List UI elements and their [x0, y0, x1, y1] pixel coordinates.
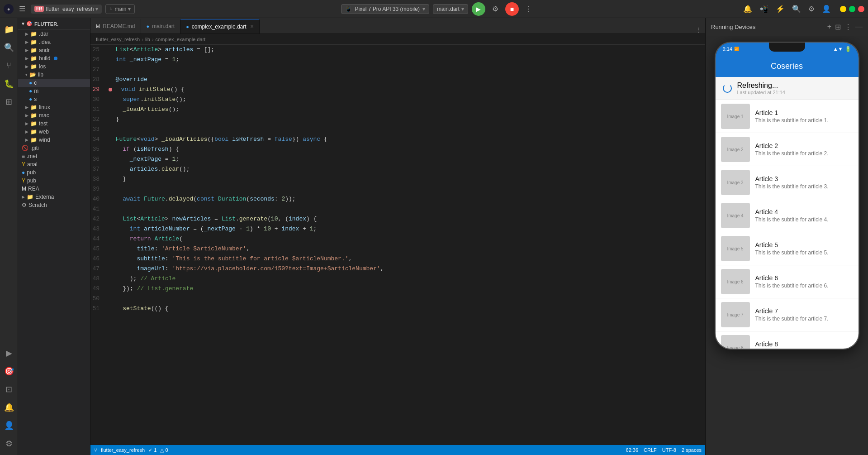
run-settings-icon[interactable]: ⚙ — [489, 3, 502, 15]
ln-42: 42 — [90, 214, 103, 224]
sidebar-item-scratches[interactable]: ⚙ Scratch — [18, 201, 90, 209]
phone-status-right: ▲▼ 🔋 — [833, 46, 851, 52]
sidebar-item-build[interactable]: ▶ 📁 build — [18, 54, 90, 62]
sidebar-item-idea[interactable]: ▶ 📁 .idea — [18, 38, 90, 46]
run-file-selector[interactable]: main.dart ▾ — [433, 4, 468, 14]
editor-settings-icon[interactable]: ⋮ — [695, 26, 702, 34]
branch-selector[interactable]: ⑂ main ▾ — [105, 4, 135, 14]
code-editor[interactable]: 25 26 27 28 29 30 31 32 33 34 35 36 37 3… — [90, 45, 705, 445]
activity-notifications-icon[interactable]: 🔔 — [1, 400, 17, 415]
more-devices-icon[interactable]: ⋮ — [844, 23, 852, 31]
sidebar-item-label: build — [39, 55, 50, 62]
notifications-icon[interactable]: 🔔 — [741, 3, 754, 15]
project-selector[interactable]: FR flutter_easy_refresh ▾ — [31, 5, 102, 14]
sidebar-item-label: c — [34, 80, 37, 86]
sidebar-item-complex-example[interactable]: ● c — [18, 79, 90, 87]
status-encoding: UTF-8 — [662, 447, 676, 453]
sidebar-item-linux[interactable]: ▶ 📁 linux — [18, 103, 90, 111]
sidebar-item-dart[interactable]: ▶ 📁 .dar — [18, 30, 90, 38]
sidebar-item-pubspec-yaml[interactable]: Y pub — [18, 177, 90, 185]
sidebar-item-windows[interactable]: ▶ 📁 wind — [18, 136, 90, 144]
activity-run-icon[interactable]: ▶ — [1, 345, 17, 361]
activity-debug-icon[interactable]: 🐛 — [1, 76, 17, 91]
error-indicator — [109, 88, 112, 91]
profile-icon[interactable]: 👤 — [820, 3, 833, 15]
sidebar-item-gitignore[interactable]: 🚫 .giti — [18, 144, 90, 152]
devices-icon[interactable]: 📲 — [758, 3, 770, 15]
code-line-26: int _nextPage = 1; — [109, 55, 696, 65]
activity-explorer-icon[interactable]: 📁 — [1, 22, 17, 37]
activity-flutter-icon[interactable]: 🎯 — [1, 364, 17, 379]
phone-simulator: 9:14 📶 ▲▼ 🔋 Coseries — [715, 42, 859, 350]
ln-50: 50 — [90, 294, 103, 304]
article-item: Image 1 Article 1 This is the subtitle f… — [716, 100, 859, 133]
article-title: Article 1 — [755, 109, 853, 116]
code-line-40: await Future.delayed(const Duration(seco… — [109, 194, 696, 204]
close-button[interactable] — [858, 6, 864, 12]
run-button[interactable]: ▶ — [472, 2, 485, 16]
maximize-button[interactable] — [849, 6, 855, 12]
sidebar-item-mac[interactable]: ▶ 📁 mac — [18, 111, 90, 120]
stop-button[interactable]: ■ — [505, 2, 519, 16]
sidebar-item-label: wind — [39, 137, 50, 143]
tab-close-icon[interactable]: ✕ — [250, 24, 254, 29]
sidebar-item-label: test — [39, 120, 47, 127]
activity-search-icon[interactable]: 🔍 — [1, 40, 17, 55]
hamburger-menu-icon[interactable]: ☰ — [17, 3, 27, 15]
sidebar-item-readme[interactable]: M REA — [18, 185, 90, 193]
activity-account-icon[interactable]: 👤 — [1, 418, 17, 433]
article-title: Article 5 — [755, 241, 853, 249]
tab-main-dart[interactable]: ● main.dart — [141, 19, 181, 34]
ln-47: 47 — [90, 264, 103, 274]
activity-git-icon[interactable]: ⑂ — [1, 58, 17, 73]
ln-28: 28 — [90, 75, 103, 85]
status-line-col: 62:36 — [626, 447, 639, 453]
status-right: 62:36 CRLF UTF-8 2 spaces — [626, 447, 702, 453]
device-selector[interactable]: 📱 Pixel 7 Pro API 33 (mobile) ▾ — [341, 4, 429, 14]
add-device-icon[interactable]: + — [827, 23, 831, 31]
sidebar-item-analysis[interactable]: Y anal — [18, 160, 90, 168]
ln-49: 49 — [90, 284, 103, 294]
folder-icon: 📁 — [30, 129, 37, 135]
activity-extensions-icon[interactable]: ⊞ — [1, 94, 17, 110]
sidebar-item-ios[interactable]: ▶ 📁 ios — [18, 62, 90, 71]
activity-settings-icon[interactable]: ⚙ — [1, 436, 17, 451]
sidebar-item-pubspec-lock[interactable]: ● pub — [18, 168, 90, 177]
activity-terminal-icon[interactable]: ⊡ — [1, 382, 17, 397]
sidebar-collapse-icon[interactable]: ▾ — [22, 21, 24, 27]
ln-33: 33 — [90, 125, 103, 134]
sidebar-item-metadata[interactable]: ≡ .met — [18, 152, 90, 160]
sidebar-item-web[interactable]: ▶ 📁 web — [18, 128, 90, 136]
minimize-panel-icon[interactable]: — — [855, 23, 863, 31]
layout-icon[interactable]: ⊞ — [835, 23, 841, 31]
code-line-29: void initState() { — [109, 85, 696, 95]
folder-icon: 📁 — [30, 55, 37, 62]
sidebar-item-android[interactable]: ▶ 📁 andr — [18, 46, 90, 54]
minimize-button[interactable] — [840, 6, 846, 12]
code-content: List<Article> articles = []; int _nextPa… — [109, 45, 705, 445]
ln-40: 40 — [90, 194, 103, 204]
folder-arrow-icon: ▶ — [22, 195, 25, 199]
dart-file-icon: ● — [29, 80, 32, 86]
sidebar-item-external[interactable]: ▶ 📁 Externa — [18, 193, 90, 201]
status-line-ending: CRLF — [644, 447, 657, 453]
sidebar-item-lib[interactable]: ▾ 📂 lib — [18, 71, 90, 79]
tab-readme[interactable]: M README.md — [90, 19, 141, 34]
breadcrumb-item-project[interactable]: flutter_easy_refresh — [96, 37, 140, 42]
code-line-42: List<Article> newArticles = List.generat… — [109, 214, 696, 224]
sidebar-item-test[interactable]: ▶ 📁 test — [18, 120, 90, 128]
tab-complex-example[interactable]: ● complex_example.dart ✕ — [180, 19, 259, 34]
main-layout: 📁 🔍 ⑂ 🐛 ⊞ ▶ 🎯 ⊡ 🔔 👤 ⚙ ▾ 🎯 flutter. ▶ 📁 .… — [0, 18, 868, 455]
settings-icon[interactable]: ⚙ — [806, 3, 816, 15]
breadcrumb-item-lib[interactable]: lib — [145, 37, 150, 42]
code-lines: 25 26 27 28 29 30 31 32 33 34 35 36 37 3… — [90, 45, 705, 445]
sidebar-item-main[interactable]: ● m — [18, 87, 90, 95]
search-icon[interactable]: 🔍 — [790, 3, 803, 15]
lightning-icon[interactable]: ⚡ — [774, 3, 787, 15]
dart-file-icon: ● — [29, 88, 32, 94]
breadcrumb-item-file[interactable]: complex_example.dart — [156, 37, 206, 42]
more-options-icon[interactable]: ⋮ — [522, 3, 535, 15]
sidebar-item-s[interactable]: ● s — [18, 95, 90, 103]
phone-content[interactable]: Refreshing... Last updated at 21:14 Imag… — [716, 77, 859, 349]
article-subtitle: This is the subtitle for article 3. — [755, 183, 853, 190]
